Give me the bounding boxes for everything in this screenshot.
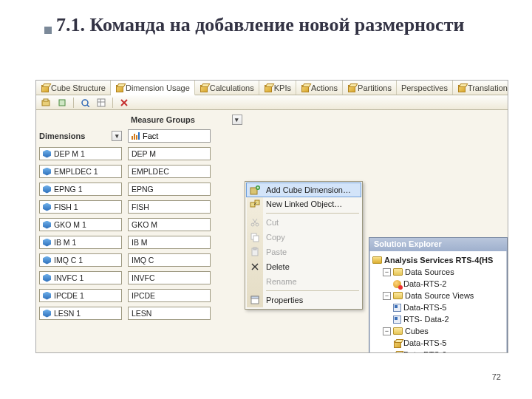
- dimension-icon: [43, 292, 51, 300]
- dsv-icon: [393, 316, 401, 324]
- fact-cell[interactable]: LESN: [128, 307, 211, 320]
- grid-row: DEP M 1DEP M: [39, 147, 211, 160]
- fact-cell[interactable]: IPCDE: [128, 289, 211, 302]
- dimension-cell[interactable]: INVFC 1: [39, 271, 122, 284]
- toolbar-separator: [112, 98, 113, 108]
- svg-rect-5: [98, 99, 105, 106]
- cube-icon: [393, 339, 401, 347]
- dimension-cell[interactable]: EMPLDEC 1: [39, 165, 122, 178]
- menu-add-cube-dimension[interactable]: Add Cube Dimension…: [246, 183, 361, 197]
- fact-cell[interactable]: DEP M: [128, 147, 211, 160]
- toolbar-button-3[interactable]: [78, 97, 92, 109]
- dimension-usage-grid: Measure Groups ▾ Dimensions ▾ Fact DEP M…: [36, 110, 508, 353]
- measure-groups-header: Measure Groups ▾: [131, 115, 242, 125]
- fact-cell[interactable]: GKO M: [128, 218, 211, 231]
- fact-cell[interactable]: EMPLDEC: [128, 165, 211, 178]
- tab-partitions[interactable]: Partitions: [343, 81, 397, 95]
- tree-dsv-item[interactable]: Data-RTS-5: [372, 301, 505, 313]
- cube-icon: [347, 83, 355, 92]
- fact-cell[interactable]: FISH: [128, 200, 211, 214]
- toolbar-button-1[interactable]: [39, 97, 52, 109]
- grid-row: IMQ C 1IMQ C: [39, 253, 211, 267]
- delete-icon: [250, 262, 260, 272]
- collapse-icon[interactable]: −: [383, 292, 391, 300]
- folder-icon: [393, 292, 403, 299]
- menu-copy: Copy: [247, 230, 361, 245]
- designer-tabbar: Cube Structure Dimension Usage Calculati…: [36, 81, 508, 95]
- grid-row: EPNG 1EPNG: [39, 183, 211, 196]
- cube-icon: [393, 351, 401, 354]
- tree-cube-item[interactable]: Data-RTS-5: [372, 337, 505, 349]
- cube-icon: [200, 83, 208, 92]
- grid-row: INVFC 1INVFC: [39, 271, 211, 284]
- fact-cell[interactable]: EPNG: [128, 183, 211, 196]
- copy-icon: [250, 232, 260, 242]
- toolbar-button-4[interactable]: [95, 97, 108, 109]
- svg-rect-22: [253, 236, 259, 242]
- dimension-cell[interactable]: IMQ C 1: [39, 253, 122, 267]
- menu-paste: Paste: [247, 245, 361, 259]
- tab-perspectives[interactable]: Perspectives: [397, 81, 453, 95]
- dimension-icon: [43, 203, 51, 211]
- dimension-icon: [43, 256, 51, 265]
- menu-cut: Cut: [247, 215, 361, 230]
- page-number: 72: [492, 372, 501, 381]
- fact-cell[interactable]: IMQ C: [128, 253, 211, 267]
- cube-icon: [457, 83, 466, 92]
- tab-cube-structure[interactable]: Cube Structure: [36, 81, 111, 95]
- measure-dropdown-icon[interactable]: ▾: [232, 115, 242, 125]
- collapse-icon[interactable]: −: [383, 327, 391, 335]
- tree-dsv[interactable]: −Data Source Views: [372, 290, 505, 301]
- paste-icon: [250, 247, 260, 257]
- svg-point-3: [82, 100, 88, 106]
- grid-row: EMPLDEC 1EMPLDEC: [39, 165, 211, 178]
- tab-actions[interactable]: Actions: [296, 81, 343, 95]
- tree-cube-item[interactable]: Data-RTS-6: [372, 349, 505, 353]
- menu-delete[interactable]: Delete: [247, 259, 361, 274]
- grid-row: FISH 1FISH: [39, 200, 211, 214]
- designer-toolbar: [36, 95, 508, 110]
- dimension-icon: [43, 274, 51, 282]
- slide-title: 7.1. Команда на добавление новой размерн…: [0, 0, 532, 42]
- toolbar-button-2[interactable]: [55, 97, 69, 109]
- tree-data-sources[interactable]: −Data Sources: [372, 266, 505, 278]
- svg-rect-15: [255, 200, 259, 205]
- solution-tree[interactable]: Analysis Services RTS-4(HS −Data Sources…: [369, 251, 507, 353]
- fact-cell[interactable]: INVFC: [128, 271, 211, 284]
- toolbar-button-5[interactable]: [117, 97, 131, 109]
- dimension-cell[interactable]: GKO M 1: [39, 218, 122, 231]
- collapse-icon[interactable]: −: [383, 268, 391, 276]
- context-menu: Add Cube Dimension… New Linked Object… C…: [245, 181, 363, 310]
- dimension-cell[interactable]: DEP M 1: [39, 147, 122, 160]
- tree-cubes[interactable]: −Cubes: [372, 325, 505, 337]
- cut-icon: [250, 217, 260, 228]
- fact-column-header[interactable]: Fact: [128, 129, 211, 143]
- cube-icon: [115, 83, 123, 92]
- tab-translations[interactable]: Translations: [453, 81, 508, 95]
- dimension-cell[interactable]: EPNG 1: [39, 183, 122, 196]
- fact-cell[interactable]: IB M: [128, 236, 211, 249]
- cube-icon: [41, 83, 49, 92]
- grid-row: IPCDE 1IPCDE: [39, 289, 211, 302]
- menu-properties[interactable]: Properties: [247, 293, 361, 307]
- svg-rect-24: [253, 248, 256, 250]
- dimension-cell[interactable]: FISH 1: [39, 200, 122, 214]
- dimension-icon: [43, 168, 51, 176]
- dimension-cell[interactable]: LESN 1: [39, 307, 122, 320]
- measure-icon: [132, 132, 140, 140]
- dsv-icon: [393, 304, 401, 312]
- tree-dsv-item[interactable]: RTS- Data-2: [372, 313, 505, 325]
- tab-calculations[interactable]: Calculations: [195, 81, 259, 95]
- dimension-icon: [43, 150, 51, 158]
- dimensions-dropdown-icon[interactable]: ▾: [112, 131, 122, 141]
- tab-kpis[interactable]: KPIs: [259, 81, 296, 95]
- toolbar-separator: [73, 98, 74, 108]
- dimension-cell[interactable]: IPCDE 1: [39, 289, 122, 302]
- menu-new-linked-object[interactable]: New Linked Object…: [247, 197, 361, 211]
- folder-icon: [393, 268, 403, 276]
- tree-project-root[interactable]: Analysis Services RTS-4(HS: [372, 254, 505, 266]
- tree-ds-item[interactable]: Data-RTS-2: [372, 278, 505, 290]
- dimension-cell[interactable]: IB M 1: [39, 236, 122, 249]
- tab-dimension-usage[interactable]: Dimension Usage: [111, 81, 195, 95]
- add-dimension-icon: [250, 185, 260, 196]
